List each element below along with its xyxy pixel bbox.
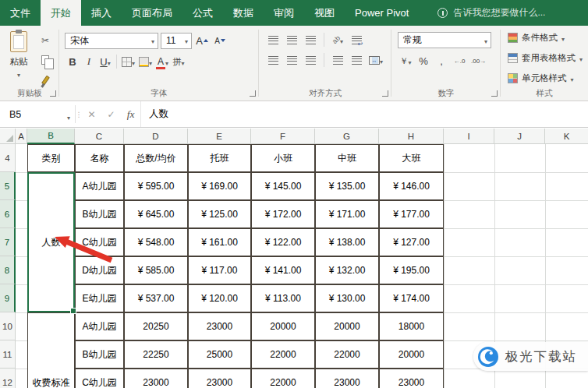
column-header-g[interactable]: G <box>315 129 379 144</box>
column-header-b[interactable]: B <box>27 129 75 144</box>
cell-e7[interactable]: ¥ 161.00 <box>188 228 251 256</box>
cell-h10[interactable]: 18000 <box>379 312 444 340</box>
cell-d11[interactable]: 22250 <box>124 340 188 369</box>
cell-c4[interactable]: 名称 <box>75 144 124 172</box>
column-header-e[interactable]: E <box>188 129 251 144</box>
cell-d9[interactable]: ¥ 537.00 <box>124 284 188 312</box>
alignment-dialog-launcher-icon[interactable] <box>382 90 388 97</box>
row-header-4[interactable]: 4 <box>0 144 16 172</box>
tab-power-pivot[interactable]: Power Pivot <box>345 0 419 26</box>
column-header-k[interactable]: K <box>545 129 588 144</box>
column-header-f[interactable]: F <box>251 129 315 144</box>
cell-b10[interactable]: 收费标准 <box>27 312 75 388</box>
fill-color-button[interactable] <box>137 53 154 70</box>
select-all-button[interactable] <box>0 129 16 144</box>
font-size-select[interactable]: 11 <box>161 33 192 49</box>
borders-button[interactable] <box>120 53 136 70</box>
italic-button[interactable]: I <box>81 53 97 70</box>
cell-d5[interactable]: ¥ 595.00 <box>124 172 188 200</box>
orientation-button[interactable] <box>330 33 345 47</box>
cell-f9[interactable]: ¥ 113.00 <box>251 284 315 312</box>
cell-g7[interactable]: ¥ 138.00 <box>315 228 379 256</box>
formula-bar-drag-handle[interactable] <box>76 101 82 127</box>
cell-c12[interactable]: C幼儿园 <box>75 369 124 388</box>
cell-g5[interactable]: ¥ 135.00 <box>315 172 379 200</box>
cell-g10[interactable]: 20000 <box>315 312 379 340</box>
cell-h8[interactable]: ¥ 195.00 <box>379 256 444 284</box>
conditional-formatting-button[interactable]: 条件格式 <box>501 28 588 48</box>
cell-e8[interactable]: ¥ 117.00 <box>188 256 251 284</box>
cell-d10[interactable]: 20250 <box>124 312 188 340</box>
cell-d7[interactable]: ¥ 548.00 <box>124 228 188 256</box>
increase-indent-button[interactable] <box>349 53 364 67</box>
cell-f11[interactable]: 22000 <box>251 340 315 369</box>
clipboard-dialog-launcher-icon[interactable] <box>50 90 56 97</box>
formula-input[interactable]: 人数 <box>140 101 588 127</box>
row-header-12[interactable]: 12 <box>0 369 16 388</box>
cell-g9[interactable]: ¥ 130.00 <box>315 284 379 312</box>
cell-b4[interactable]: 类别 <box>27 144 75 172</box>
accounting-format-button[interactable]: ￥ <box>398 52 413 69</box>
cell-c11[interactable]: B幼儿园 <box>75 340 124 369</box>
tab-home[interactable]: 开始 <box>41 0 81 26</box>
cell-h6[interactable]: ¥ 177.00 <box>379 200 444 228</box>
number-dialog-launcher-icon[interactable] <box>491 90 498 97</box>
bold-button[interactable]: B <box>65 53 80 70</box>
cell-e5[interactable]: ¥ 169.00 <box>188 172 251 200</box>
column-header-i[interactable]: I <box>444 129 494 144</box>
font-name-select[interactable]: 宋体 <box>65 33 158 49</box>
cell-f10[interactable]: 20000 <box>251 312 315 340</box>
cell-h12[interactable]: 23000 <box>379 369 444 388</box>
format-as-table-button[interactable]: 套用表格格式 <box>501 48 588 68</box>
align-middle-button[interactable] <box>284 33 299 47</box>
cell-c5[interactable]: A幼儿园 <box>75 172 124 200</box>
cell-c10[interactable]: A幼儿园 <box>75 312 124 340</box>
cell-h7[interactable]: ¥ 127.00 <box>379 228 444 256</box>
cell-f12[interactable]: 22000 <box>251 369 315 388</box>
font-color-button[interactable]: A <box>154 53 170 70</box>
column-header-h[interactable]: H <box>379 129 444 144</box>
cell-d8[interactable]: ¥ 585.00 <box>124 256 188 284</box>
cell-f5[interactable]: ¥ 145.00 <box>251 172 315 200</box>
copy-button[interactable] <box>37 52 54 68</box>
cut-button[interactable] <box>37 32 54 48</box>
cell-d12[interactable]: 23000 <box>124 369 188 388</box>
decrease-decimal-button[interactable]: .00→ <box>469 52 487 69</box>
cell-g12[interactable]: 23000 <box>315 369 379 388</box>
row-header-9[interactable]: 9 <box>0 284 16 312</box>
cell-f6[interactable]: ¥ 172.00 <box>251 200 315 228</box>
align-right-button[interactable] <box>303 53 318 67</box>
cell-e6[interactable]: ¥ 125.00 <box>188 200 251 228</box>
font-dialog-launcher-icon[interactable] <box>250 90 256 97</box>
tab-view[interactable]: 视图 <box>304 0 345 26</box>
cell-h11[interactable]: 20000 <box>379 340 444 369</box>
cell-e9[interactable]: ¥ 120.00 <box>188 284 251 312</box>
tab-page-layout[interactable]: 页面布局 <box>122 0 182 26</box>
row-header-11[interactable]: 11 <box>0 340 16 369</box>
column-header-a[interactable]: A <box>16 129 27 144</box>
enter-button[interactable]: ✓ <box>101 101 121 127</box>
tell-me-box[interactable]: 告诉我您想要做什么... <box>437 0 545 26</box>
row-header-6[interactable]: 6 <box>0 200 16 228</box>
cell-e11[interactable]: 25000 <box>188 340 251 369</box>
column-header-j[interactable]: J <box>494 129 545 144</box>
cell-g8[interactable]: ¥ 132.00 <box>315 256 379 284</box>
cell-c9[interactable]: E幼儿园 <box>75 284 124 312</box>
format-painter-button[interactable] <box>37 72 54 88</box>
cell-h5[interactable]: ¥ 146.00 <box>379 172 444 200</box>
row-header-7[interactable]: 7 <box>0 228 16 256</box>
cell-h9[interactable]: ¥ 174.00 <box>379 284 444 312</box>
cell-d4[interactable]: 总数/均价 <box>124 144 188 172</box>
align-center-button[interactable] <box>284 53 299 67</box>
tab-file[interactable]: 文件 <box>0 0 41 26</box>
name-box[interactable]: B5 <box>0 101 75 127</box>
row-header-8[interactable]: 8 <box>0 256 16 284</box>
cell-e10[interactable]: 23000 <box>188 312 251 340</box>
cell-e4[interactable]: 托班 <box>188 144 251 172</box>
underline-button[interactable]: U <box>97 53 113 70</box>
wrap-text-button[interactable] <box>349 33 364 47</box>
column-header-d[interactable]: D <box>124 129 188 144</box>
increase-font-size-button[interactable]: A <box>194 32 210 49</box>
cell-styles-button[interactable]: 单元格样式 <box>501 69 588 88</box>
tab-review[interactable]: 审阅 <box>264 0 304 26</box>
